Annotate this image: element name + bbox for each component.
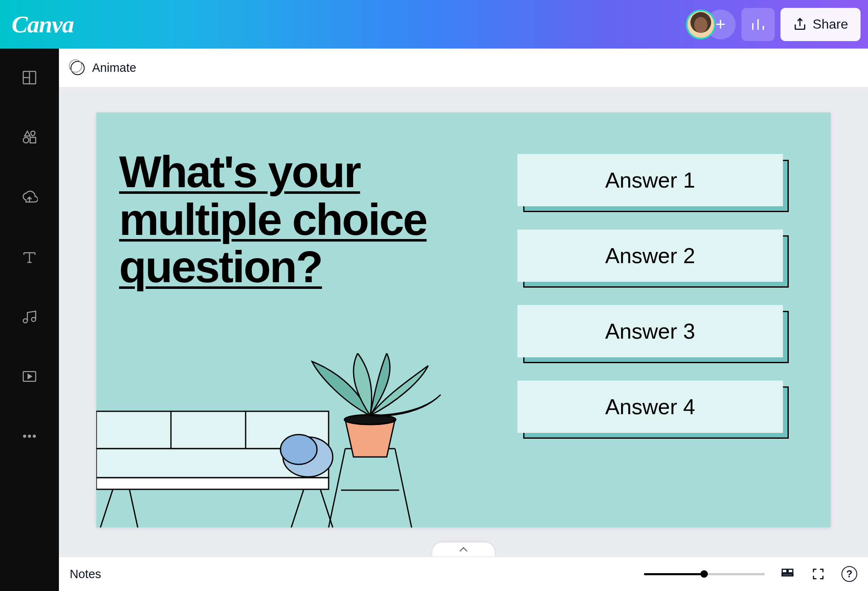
grid-view-icon[interactable] (780, 567, 795, 581)
answer-label: Answer 4 (517, 381, 783, 433)
svg-rect-19 (782, 574, 793, 576)
answers-group: Answer 1 Answer 2 Answer 3 Answer 4 (517, 154, 791, 433)
avatar-group: + (686, 10, 736, 39)
animate-button[interactable]: Animate (92, 61, 136, 75)
header-actions: + Share (686, 8, 861, 41)
answer-label: Answer 1 (517, 154, 783, 206)
bottom-bar: Notes ? (59, 557, 868, 591)
share-button[interactable]: Share (780, 8, 861, 41)
zoom-slider[interactable] (644, 573, 764, 575)
question-text[interactable]: What's your multiple choice question? (119, 148, 472, 291)
svg-rect-13 (96, 478, 329, 489)
answer-option[interactable]: Answer 1 (517, 154, 791, 206)
side-panel (0, 49, 59, 591)
svg-rect-18 (788, 569, 792, 573)
svg-point-3 (23, 319, 27, 323)
svg-point-8 (33, 435, 35, 437)
elements-icon[interactable] (20, 128, 39, 147)
footer-controls: ? (644, 566, 857, 582)
svg-point-1 (23, 137, 29, 143)
answer-label: Answer 2 (517, 230, 783, 282)
decorative-illustration (96, 353, 470, 528)
insights-button[interactable] (741, 8, 775, 41)
svg-point-4 (32, 317, 36, 322)
canva-logo[interactable]: Canva (12, 10, 74, 38)
answer-option[interactable]: Answer 2 (517, 230, 791, 282)
svg-rect-17 (782, 569, 787, 573)
videos-icon[interactable] (20, 367, 39, 386)
slide[interactable]: What's your multiple choice question? An… (96, 112, 831, 528)
body: Animate What's your multiple choice ques… (0, 49, 868, 591)
svg-point-15 (280, 435, 317, 464)
answer-label: Answer 3 (517, 305, 783, 357)
svg-point-7 (29, 435, 31, 437)
page-panel-toggle[interactable] (432, 542, 495, 557)
answer-option[interactable]: Answer 3 (517, 305, 791, 357)
templates-icon[interactable] (20, 68, 39, 87)
help-label: ? (846, 568, 853, 580)
user-avatar[interactable] (686, 10, 716, 39)
svg-rect-2 (30, 137, 36, 143)
context-toolbar: Animate (59, 49, 868, 88)
animate-icon (71, 61, 85, 75)
svg-point-6 (24, 435, 26, 437)
notes-button[interactable]: Notes (70, 567, 101, 581)
uploads-icon[interactable] (20, 188, 39, 206)
app-header: Canva + Share (0, 0, 868, 49)
zoom-thumb[interactable] (700, 570, 708, 578)
audio-icon[interactable] (20, 308, 39, 326)
share-label: Share (813, 17, 848, 32)
main-area: Animate What's your multiple choice ques… (59, 49, 868, 591)
canvas-workspace[interactable]: What's your multiple choice question? An… (59, 88, 868, 557)
fullscreen-icon[interactable] (811, 567, 826, 581)
more-icon[interactable] (20, 427, 39, 445)
help-button[interactable]: ? (841, 566, 857, 582)
text-icon[interactable] (20, 248, 39, 266)
answer-option[interactable]: Answer 4 (517, 381, 791, 433)
